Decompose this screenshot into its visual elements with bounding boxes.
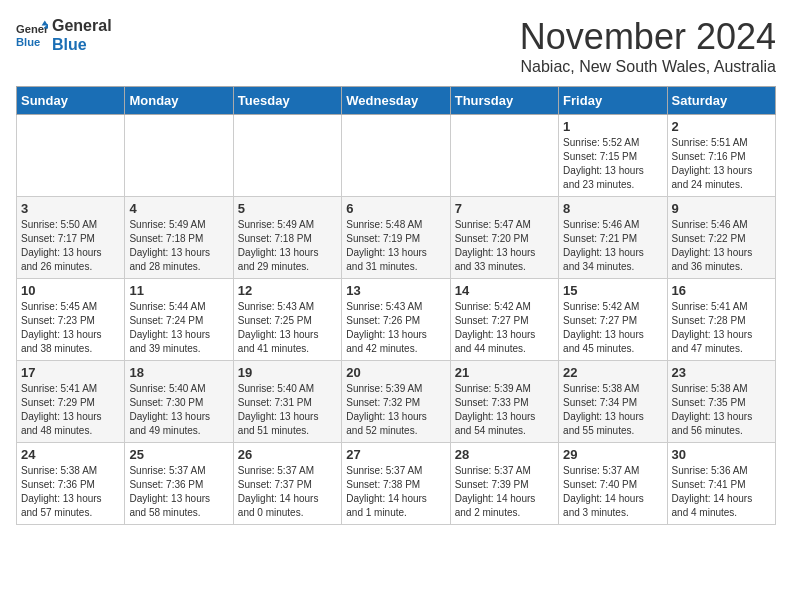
daylight-text: Daylight: 13 hours	[455, 246, 554, 260]
day-number: 30	[672, 447, 771, 462]
sunset-text: Sunset: 7:17 PM	[21, 232, 120, 246]
calendar-cell: 5Sunrise: 5:49 AMSunset: 7:18 PMDaylight…	[233, 197, 341, 279]
daylight-text: and 4 minutes.	[672, 506, 771, 520]
sunset-text: Sunset: 7:23 PM	[21, 314, 120, 328]
day-number: 18	[129, 365, 228, 380]
calendar-body: 1Sunrise: 5:52 AMSunset: 7:15 PMDaylight…	[17, 115, 776, 525]
day-number: 8	[563, 201, 662, 216]
sunset-text: Sunset: 7:36 PM	[129, 478, 228, 492]
sunrise-text: Sunrise: 5:37 AM	[455, 464, 554, 478]
sunrise-text: Sunrise: 5:41 AM	[21, 382, 120, 396]
day-info: Sunrise: 5:50 AMSunset: 7:17 PMDaylight:…	[21, 218, 120, 274]
sunset-text: Sunset: 7:35 PM	[672, 396, 771, 410]
day-number: 3	[21, 201, 120, 216]
daylight-text: Daylight: 13 hours	[563, 410, 662, 424]
day-number: 22	[563, 365, 662, 380]
day-number: 15	[563, 283, 662, 298]
daylight-text: and 34 minutes.	[563, 260, 662, 274]
day-info: Sunrise: 5:49 AMSunset: 7:18 PMDaylight:…	[238, 218, 337, 274]
daylight-text: Daylight: 14 hours	[455, 492, 554, 506]
daylight-text: and 41 minutes.	[238, 342, 337, 356]
day-info: Sunrise: 5:43 AMSunset: 7:26 PMDaylight:…	[346, 300, 445, 356]
day-info: Sunrise: 5:39 AMSunset: 7:32 PMDaylight:…	[346, 382, 445, 438]
sunset-text: Sunset: 7:15 PM	[563, 150, 662, 164]
calendar-week-5: 24Sunrise: 5:38 AMSunset: 7:36 PMDayligh…	[17, 443, 776, 525]
sunset-text: Sunset: 7:41 PM	[672, 478, 771, 492]
daylight-text: Daylight: 13 hours	[563, 328, 662, 342]
daylight-text: Daylight: 13 hours	[672, 164, 771, 178]
day-info: Sunrise: 5:51 AMSunset: 7:16 PMDaylight:…	[672, 136, 771, 192]
daylight-text: Daylight: 13 hours	[672, 328, 771, 342]
day-info: Sunrise: 5:37 AMSunset: 7:37 PMDaylight:…	[238, 464, 337, 520]
sunrise-text: Sunrise: 5:37 AM	[238, 464, 337, 478]
sunset-text: Sunset: 7:38 PM	[346, 478, 445, 492]
daylight-text: Daylight: 13 hours	[346, 410, 445, 424]
calendar-cell: 10Sunrise: 5:45 AMSunset: 7:23 PMDayligh…	[17, 279, 125, 361]
weekday-header-thursday: Thursday	[450, 87, 558, 115]
day-number: 13	[346, 283, 445, 298]
daylight-text: and 24 minutes.	[672, 178, 771, 192]
daylight-text: and 56 minutes.	[672, 424, 771, 438]
daylight-text: Daylight: 13 hours	[21, 328, 120, 342]
logo-icon: General Blue	[16, 19, 48, 51]
day-number: 21	[455, 365, 554, 380]
calendar-cell: 28Sunrise: 5:37 AMSunset: 7:39 PMDayligh…	[450, 443, 558, 525]
daylight-text: and 2 minutes.	[455, 506, 554, 520]
sunset-text: Sunset: 7:26 PM	[346, 314, 445, 328]
sunset-text: Sunset: 7:32 PM	[346, 396, 445, 410]
sunrise-text: Sunrise: 5:36 AM	[672, 464, 771, 478]
daylight-text: and 28 minutes.	[129, 260, 228, 274]
calendar-cell: 25Sunrise: 5:37 AMSunset: 7:36 PMDayligh…	[125, 443, 233, 525]
day-info: Sunrise: 5:47 AMSunset: 7:20 PMDaylight:…	[455, 218, 554, 274]
calendar-cell: 2Sunrise: 5:51 AMSunset: 7:16 PMDaylight…	[667, 115, 775, 197]
logo-general: General	[52, 16, 112, 35]
location-title: Nabiac, New South Wales, Australia	[520, 58, 776, 76]
sunset-text: Sunset: 7:36 PM	[21, 478, 120, 492]
day-info: Sunrise: 5:41 AMSunset: 7:28 PMDaylight:…	[672, 300, 771, 356]
calendar-week-1: 1Sunrise: 5:52 AMSunset: 7:15 PMDaylight…	[17, 115, 776, 197]
daylight-text: Daylight: 13 hours	[129, 410, 228, 424]
calendar-cell: 14Sunrise: 5:42 AMSunset: 7:27 PMDayligh…	[450, 279, 558, 361]
sunrise-text: Sunrise: 5:50 AM	[21, 218, 120, 232]
sunset-text: Sunset: 7:31 PM	[238, 396, 337, 410]
day-info: Sunrise: 5:43 AMSunset: 7:25 PMDaylight:…	[238, 300, 337, 356]
daylight-text: and 52 minutes.	[346, 424, 445, 438]
day-info: Sunrise: 5:36 AMSunset: 7:41 PMDaylight:…	[672, 464, 771, 520]
sunrise-text: Sunrise: 5:39 AM	[455, 382, 554, 396]
weekday-header-tuesday: Tuesday	[233, 87, 341, 115]
calendar-cell: 23Sunrise: 5:38 AMSunset: 7:35 PMDayligh…	[667, 361, 775, 443]
calendar-cell: 19Sunrise: 5:40 AMSunset: 7:31 PMDayligh…	[233, 361, 341, 443]
day-number: 20	[346, 365, 445, 380]
sunset-text: Sunset: 7:28 PM	[672, 314, 771, 328]
daylight-text: and 23 minutes.	[563, 178, 662, 192]
day-info: Sunrise: 5:42 AMSunset: 7:27 PMDaylight:…	[455, 300, 554, 356]
daylight-text: Daylight: 13 hours	[672, 246, 771, 260]
day-number: 11	[129, 283, 228, 298]
daylight-text: Daylight: 13 hours	[563, 246, 662, 260]
calendar-cell: 4Sunrise: 5:49 AMSunset: 7:18 PMDaylight…	[125, 197, 233, 279]
daylight-text: Daylight: 14 hours	[563, 492, 662, 506]
calendar-cell: 17Sunrise: 5:41 AMSunset: 7:29 PMDayligh…	[17, 361, 125, 443]
sunrise-text: Sunrise: 5:49 AM	[238, 218, 337, 232]
sunrise-text: Sunrise: 5:43 AM	[238, 300, 337, 314]
daylight-text: and 45 minutes.	[563, 342, 662, 356]
sunrise-text: Sunrise: 5:38 AM	[563, 382, 662, 396]
day-number: 10	[21, 283, 120, 298]
sunrise-text: Sunrise: 5:42 AM	[455, 300, 554, 314]
calendar-header: SundayMondayTuesdayWednesdayThursdayFrid…	[17, 87, 776, 115]
calendar-cell: 9Sunrise: 5:46 AMSunset: 7:22 PMDaylight…	[667, 197, 775, 279]
calendar-cell: 7Sunrise: 5:47 AMSunset: 7:20 PMDaylight…	[450, 197, 558, 279]
calendar-cell: 12Sunrise: 5:43 AMSunset: 7:25 PMDayligh…	[233, 279, 341, 361]
sunrise-text: Sunrise: 5:44 AM	[129, 300, 228, 314]
daylight-text: and 42 minutes.	[346, 342, 445, 356]
calendar-cell: 18Sunrise: 5:40 AMSunset: 7:30 PMDayligh…	[125, 361, 233, 443]
daylight-text: and 51 minutes.	[238, 424, 337, 438]
weekday-header-friday: Friday	[559, 87, 667, 115]
daylight-text: and 0 minutes.	[238, 506, 337, 520]
sunrise-text: Sunrise: 5:37 AM	[563, 464, 662, 478]
day-info: Sunrise: 5:37 AMSunset: 7:40 PMDaylight:…	[563, 464, 662, 520]
daylight-text: Daylight: 13 hours	[129, 246, 228, 260]
day-info: Sunrise: 5:38 AMSunset: 7:35 PMDaylight:…	[672, 382, 771, 438]
day-number: 14	[455, 283, 554, 298]
sunset-text: Sunset: 7:37 PM	[238, 478, 337, 492]
